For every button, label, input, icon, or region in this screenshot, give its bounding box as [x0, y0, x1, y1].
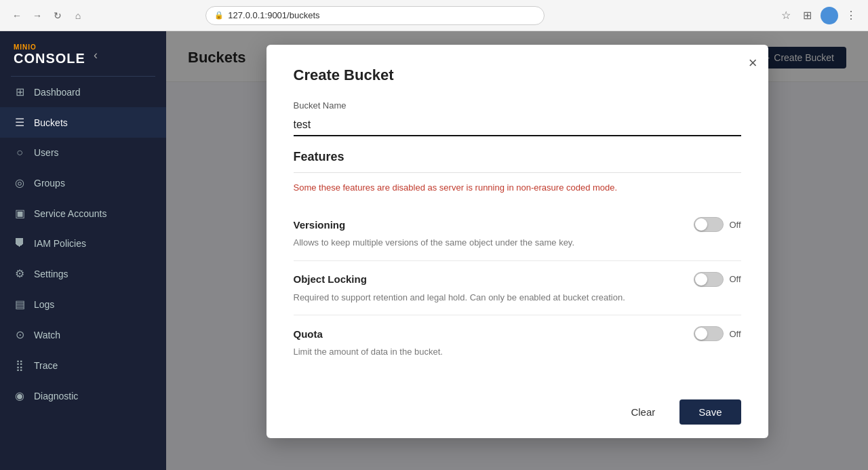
dashboard-icon: ⊞	[14, 85, 26, 98]
object-locking-status: Off	[729, 274, 741, 284]
sidebar-item-label: Diagnostic	[34, 391, 78, 402]
object-locking-toggle[interactable]	[694, 272, 724, 287]
lock-icon: 🔒	[214, 11, 224, 20]
diagnostic-icon: ◉	[14, 389, 26, 402]
features-divider	[294, 172, 741, 173]
feature-object-locking-row: Object Locking Off	[294, 272, 741, 287]
versioning-status: Off	[729, 220, 741, 230]
forward-button[interactable]: →	[28, 7, 46, 24]
quota-description: Limit the amount of data in the bucket.	[294, 345, 741, 359]
object-locking-toggle-knob	[695, 273, 707, 286]
service-accounts-icon: ▣	[14, 207, 26, 220]
quota-toggle-wrapper: Off	[694, 326, 741, 341]
modal-title: Create Bucket	[294, 66, 741, 84]
feature-quota: Quota Off Limit the amount of data in th…	[294, 315, 741, 370]
groups-icon: ◎	[14, 176, 26, 189]
iam-policies-icon: ⛊	[14, 237, 26, 250]
modal-overlay: × Create Bucket Bucket Name Features Som…	[166, 31, 868, 470]
sidebar-logo: MINIO CONSOLE ‹	[0, 31, 166, 76]
versioning-name: Versioning	[294, 219, 346, 231]
sidebar-item-label: Buckets	[34, 117, 68, 128]
trace-icon: ⣿	[14, 359, 26, 372]
address-bar[interactable]: 🔒 127.0.0.1:9001/buckets	[205, 6, 545, 25]
profile-button[interactable]	[821, 7, 838, 24]
quota-name: Quota	[294, 328, 323, 340]
app-container: MINIO CONSOLE ‹ ⊞ Dashboard ☰ Buckets ○ …	[0, 31, 868, 470]
quota-toggle-knob	[695, 328, 707, 340]
modal-body: Create Bucket Bucket Name Features Some …	[267, 45, 768, 389]
save-button[interactable]: Save	[679, 399, 741, 425]
content-area: Buckets Replication + Create Bucket × Cr…	[166, 31, 868, 470]
sidebar-item-label: Watch	[34, 330, 60, 340]
sidebar-item-label: IAM Policies	[34, 238, 86, 249]
browser-actions: ☆ ⊞ ⋮	[777, 7, 860, 24]
quota-status: Off	[729, 329, 741, 339]
watch-icon: ⊙	[14, 328, 26, 341]
features-section: Features Some these features are disable…	[294, 150, 741, 370]
sidebar-item-label: Settings	[34, 269, 68, 279]
logo-text: MINIO CONSOLE	[14, 43, 85, 66]
versioning-toggle-wrapper: Off	[694, 217, 741, 232]
sidebar-item-users[interactable]: ○ Users	[0, 138, 166, 168]
sidebar-item-label: Users	[34, 147, 59, 158]
versioning-toggle-knob	[695, 218, 707, 231]
versioning-description: Allows to keep multiple versions of the …	[294, 236, 741, 250]
sidebar-item-service-accounts[interactable]: ▣ Service Accounts	[0, 198, 166, 229]
quota-toggle[interactable]	[694, 326, 724, 341]
buckets-icon: ☰	[14, 116, 26, 129]
menu-button[interactable]: ⋮	[842, 7, 860, 24]
sidebar-item-dashboard[interactable]: ⊞ Dashboard	[0, 77, 166, 107]
sidebar-item-label: Dashboard	[34, 87, 81, 98]
settings-icon: ⚙	[14, 267, 26, 280]
feature-versioning-row: Versioning Off	[294, 217, 741, 232]
browser-chrome: ← → ↻ ⌂ 🔒 127.0.0.1:9001/buckets ☆ ⊞ ⋮	[0, 0, 868, 31]
sidebar-item-settings[interactable]: ⚙ Settings	[0, 258, 166, 289]
feature-quota-row: Quota Off	[294, 326, 741, 341]
sidebar-item-label: Service Accounts	[34, 208, 106, 219]
avatar	[821, 7, 838, 24]
bucket-name-input[interactable]	[294, 115, 741, 136]
nav-buttons: ← → ↻ ⌂	[8, 7, 87, 24]
sidebar-item-label: Trace	[34, 360, 58, 371]
bucket-name-label: Bucket Name	[294, 100, 741, 111]
sidebar-item-buckets[interactable]: ☰ Buckets	[0, 107, 166, 138]
url-text: 127.0.0.1:9001/buckets	[228, 10, 319, 20]
sidebar-collapse-button[interactable]: ‹	[91, 48, 100, 62]
sidebar-item-trace[interactable]: ⣿ Trace	[0, 350, 166, 380]
modal-footer: Clear Save	[267, 389, 768, 439]
feature-object-locking: Object Locking Off Required to support r…	[294, 261, 741, 316]
sidebar-item-logs[interactable]: ▤ Logs	[0, 289, 166, 319]
object-locking-toggle-wrapper: Off	[694, 272, 741, 287]
feature-versioning: Versioning Off Allows to keep multiple v…	[294, 206, 741, 261]
object-locking-description: Required to support retention and legal …	[294, 291, 741, 305]
extensions-button[interactable]: ⊞	[799, 7, 816, 24]
features-title: Features	[294, 150, 741, 164]
sidebar-item-diagnostic[interactable]: ◉ Diagnostic	[0, 380, 166, 411]
sidebar-item-watch[interactable]: ⊙ Watch	[0, 319, 166, 350]
create-bucket-modal: × Create Bucket Bucket Name Features Som…	[267, 45, 768, 438]
logo-console: CONSOLE	[14, 51, 85, 66]
clear-button[interactable]: Clear	[614, 399, 671, 425]
features-warning: Some these features are disabled as serv…	[294, 182, 741, 193]
logs-icon: ▤	[14, 298, 26, 311]
sidebar-item-label: Groups	[34, 178, 65, 189]
back-button[interactable]: ←	[8, 7, 26, 24]
object-locking-name: Object Locking	[294, 273, 367, 285]
modal-close-button[interactable]: ×	[749, 56, 757, 71]
sidebar-item-groups[interactable]: ◎ Groups	[0, 168, 166, 198]
bookmark-button[interactable]: ☆	[777, 7, 795, 24]
sidebar: MINIO CONSOLE ‹ ⊞ Dashboard ☰ Buckets ○ …	[0, 31, 166, 470]
users-icon: ○	[14, 146, 26, 159]
bucket-name-field: Bucket Name	[294, 100, 741, 136]
refresh-button[interactable]: ↻	[49, 7, 66, 24]
logo-minio: MINIO	[14, 43, 85, 51]
sidebar-item-label: Logs	[34, 299, 54, 310]
home-button[interactable]: ⌂	[69, 7, 87, 24]
versioning-toggle[interactable]	[694, 217, 724, 232]
sidebar-item-iam-policies[interactable]: ⛊ IAM Policies	[0, 229, 166, 258]
